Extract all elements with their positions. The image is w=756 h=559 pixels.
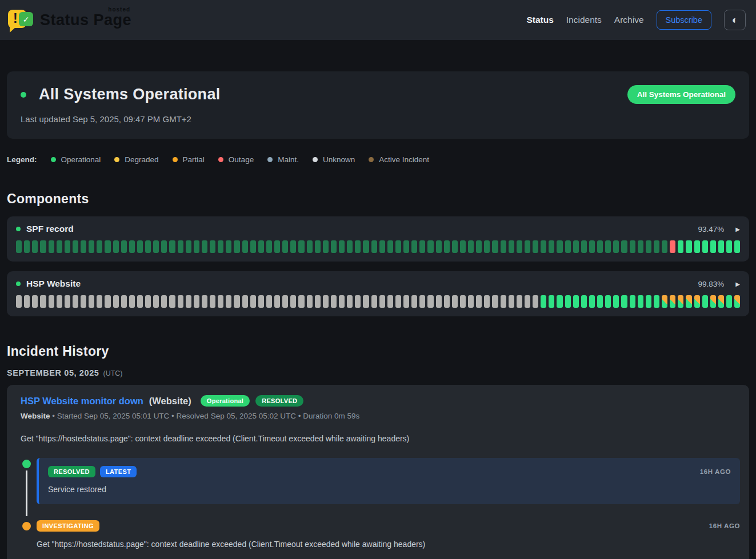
uptime-bar-operational [678,240,683,253]
uptime-bar-no-data [468,295,474,308]
uptime-bar-no-data [105,295,110,308]
uptime-bar-operational [613,295,619,308]
uptime-bar-no-data [137,295,143,308]
uptime-bar-partial [686,295,691,308]
uptime-bar-no-data [363,295,369,308]
uptime-bar-no-data [65,295,70,308]
uptime-bar-muted-green [242,240,248,253]
uptime-bar-no-data [161,295,167,308]
uptime-bar-muted-green [533,240,538,253]
nav-link-status[interactable]: Status [526,15,553,25]
uptime-bar-no-data [525,295,530,308]
nav-link-archive[interactable]: Archive [614,15,644,25]
header-nav: StatusIncidentsArchive [526,15,643,25]
timezone-note: (UTC) [103,369,123,377]
theme-toggle-button[interactable]: ◐ [724,10,746,30]
uptime-bar-no-data [153,295,159,308]
uptime-percentage: 99.83% [698,280,725,288]
uptime-bar-operational [734,240,740,253]
uptime-bar-partial [678,295,683,308]
legend-dot-icon [173,157,178,162]
uptime-bar-muted-green [202,240,207,253]
last-updated-text: Last updated Sep 5, 2025, 09:47 PM GMT+2 [21,114,735,124]
uptime-bar-muted-green [363,240,369,253]
uptime-bar-muted-green [290,240,296,253]
timeline-entry-header: RESOLVEDLATEST16H AGO [48,466,731,477]
uptime-bar-no-data [307,295,313,308]
timeline-entry-box: RESOLVEDLATEST16H AGOService restored [37,458,740,504]
uptime-bars [16,240,740,253]
uptime-bar-muted-green [662,240,667,253]
uptime-bar-muted-green [323,240,329,253]
header: ! ✓ Status Page hosted StatusIncidentsAr… [0,0,756,40]
subscribe-button[interactable]: Subscribe [657,10,711,30]
uptime-bar-no-data [145,295,151,308]
uptime-bar-muted-green [565,240,571,253]
uptime-bar-no-data [73,295,78,308]
uptime-bar-no-data [16,295,22,308]
uptime-bar-no-data [258,295,264,308]
component-card-spf-record: SPF record93.47%▶ [7,216,749,262]
uptime-bar-operational [621,295,627,308]
uptime-bar-no-data [387,295,393,308]
expand-arrow-icon[interactable]: ▶ [735,226,740,232]
uptime-bar-muted-green [16,240,22,253]
legend-dot-icon [267,157,273,162]
status-dot [21,92,26,98]
uptime-bar-muted-green [121,240,127,253]
incident-title-link[interactable]: HSP Website monitor down [21,396,143,407]
uptime-bar-muted-green [40,240,46,253]
uptime-bar-no-data [32,295,38,308]
uptime-bar-operational [589,295,595,308]
uptime-bar-muted-green [105,240,110,253]
brand[interactable]: ! ✓ Status Page hosted [7,7,131,33]
uptime-bar-no-data [436,295,442,308]
uptime-bar-operational [605,295,611,308]
legend-item-partial: Partial [173,155,205,164]
uptime-bar-operational [646,295,651,308]
uptime-bar-muted-green [81,240,86,253]
status-title: All Systems Operational [39,86,221,103]
uptime-bar-muted-green [57,240,62,253]
uptime-bar-muted-green [97,240,102,253]
expand-arrow-icon[interactable]: ▶ [735,281,740,287]
uptime-bar-muted-green [581,240,587,253]
uptime-bar-muted-green [298,240,304,253]
uptime-bar-muted-green [387,240,393,253]
app-title: Status Page hosted [40,11,131,29]
timeline-message: Service restored [48,485,731,494]
nav-link-incidents[interactable]: Incidents [566,15,602,25]
uptime-bar-muted-green [613,240,619,253]
uptime-bar-muted-green [460,240,466,253]
incident-description: Get "https://hostedstatus.page": context… [21,434,740,443]
uptime-bar-muted-green [573,240,579,253]
uptime-bar-muted-green [501,240,506,253]
uptime-bar-no-data [395,295,401,308]
page-content: All Systems Operational All Systems Oper… [0,71,756,559]
legend-item-label: Unknown [323,155,355,164]
incident-date: SEPTEMBER 05, 2025 [7,368,99,377]
timeline-entry-1: INVESTIGATING16H AGOGet "https://hosteds… [21,520,740,549]
uptime-bar-muted-green [210,240,215,253]
incident-history-heading: Incident History [7,344,749,359]
uptime-bar-no-data [484,295,490,308]
uptime-bar-no-data [331,295,337,308]
checkmark-icon: ✓ [19,12,33,26]
uptime-bar-muted-green [557,240,562,253]
legend-item-operational: Operational [51,155,101,164]
uptime-bar-muted-green [250,240,256,253]
uptime-bar-no-data [113,295,119,308]
uptime-bar-no-data [323,295,329,308]
uptime-bar-operational [630,295,635,308]
uptime-bar-no-data [250,295,256,308]
uptime-bar-operational [557,295,562,308]
uptime-bar-no-data [97,295,102,308]
legend-dot-icon [114,157,119,162]
uptime-bar-muted-green [49,240,54,253]
uptime-bar-muted-green [371,240,377,253]
app-title-text: Status Page [40,11,131,29]
uptime-bar-muted-green [403,240,409,253]
uptime-bar-no-data [444,295,450,308]
uptime-bar-operational [654,295,659,308]
uptime-bar-no-data [339,295,345,308]
